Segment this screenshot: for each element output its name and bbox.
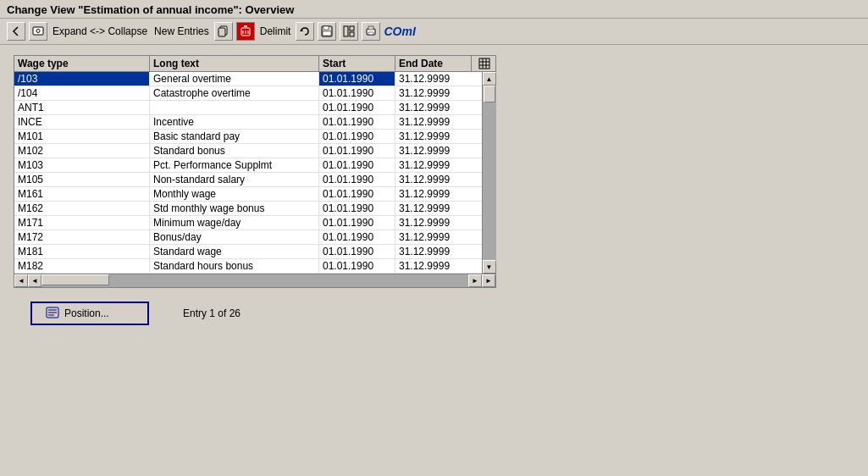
cell-start: 01.01.1990: [319, 187, 395, 201]
cell-wage-type: /103: [14, 72, 150, 86]
main-content: Wage type Long text Start End Date: [0, 45, 868, 335]
scroll-h-nav-left[interactable]: ◄ ◄: [14, 274, 41, 287]
table-row[interactable]: M105Non-standard salary01.01.199031.12.9…: [14, 173, 482, 187]
delete-icon-btn[interactable]: [236, 22, 255, 41]
cell-long-text: Bonus/day: [150, 230, 319, 244]
table-row[interactable]: M162Std monthly wage bonus01.01.199031.1…: [14, 202, 482, 216]
cell-end-date: 31.12.9999: [395, 245, 472, 258]
table-row[interactable]: M103Pct. Performance Supplmt01.01.199031…: [14, 158, 482, 173]
table-main: /103General overtime01.01.199031.12.9999…: [14, 72, 482, 274]
cell-end-date: 31.12.9999: [395, 130, 472, 143]
cell-long-text: Minimum wage/day: [150, 216, 319, 230]
cell-start: 01.01.1990: [319, 230, 395, 244]
table-row[interactable]: M171Minimum wage/day01.01.199031.12.9999: [14, 216, 482, 230]
table-row[interactable]: /103General overtime01.01.199031.12.9999: [14, 72, 482, 86]
position-btn-icon: [46, 307, 59, 320]
svg-rect-15: [350, 32, 354, 36]
scroll-h-track[interactable]: [41, 274, 468, 287]
cell-wage-type: M102: [14, 144, 150, 158]
title-bar: Change View "Estimation of annual income…: [0, 0, 868, 19]
cell-end-date: 31.12.9999: [395, 86, 472, 100]
toolbar: Expand <-> Collapse New Entries Delimit: [0, 19, 868, 45]
cell-wage-type: M103: [14, 158, 150, 172]
scroll-down-arrow[interactable]: ▼: [483, 260, 496, 274]
data-table: Wage type Long text Start End Date: [14, 55, 496, 288]
table-row[interactable]: M181Standard wage01.01.199031.12.9999: [14, 245, 482, 259]
cell-wage-type: /104: [14, 86, 150, 100]
cell-start: 01.01.1990: [319, 144, 395, 158]
display-icon-btn[interactable]: [29, 22, 47, 41]
svg-rect-11: [323, 26, 329, 30]
scroll-v-track[interactable]: [483, 86, 496, 260]
scroll-right-arrow[interactable]: ►: [468, 274, 482, 287]
col-header-long-text: Long text: [150, 56, 319, 71]
cell-start: 01.01.1990: [319, 259, 395, 273]
table-row[interactable]: M182Standard hours bonus01.01.199031.12.…: [14, 259, 482, 274]
print-icon-btn[interactable]: [362, 22, 380, 41]
col-header-start: Start: [319, 56, 395, 71]
table-row[interactable]: M101Basic standard pay01.01.199031.12.99…: [14, 130, 482, 144]
cell-long-text: Incentive: [150, 115, 319, 129]
cell-wage-type: ANT1: [14, 101, 150, 114]
scroll-left-arrow[interactable]: ◄: [28, 274, 41, 287]
cell-start: 01.01.1990: [319, 173, 395, 186]
cell-end-date: 31.12.9999: [395, 173, 472, 186]
cell-start: 01.01.1990: [319, 216, 395, 230]
layout-icon-btn[interactable]: [340, 22, 358, 41]
table-row[interactable]: INCEIncentive01.01.199031.12.9999: [14, 115, 482, 130]
cell-end-date: 31.12.9999: [395, 259, 472, 273]
cell-start: 01.01.1990: [319, 202, 395, 215]
cell-end-date: 31.12.9999: [395, 144, 472, 158]
position-button[interactable]: Position...: [30, 302, 149, 325]
svg-rect-14: [350, 26, 354, 30]
cell-end-date: 31.12.9999: [395, 187, 472, 201]
table-row[interactable]: /104Catastrophe overtime01.01.199031.12.…: [14, 86, 482, 101]
scroll-h-nav-right[interactable]: ► ►: [468, 274, 495, 287]
cell-wage-type: M101: [14, 130, 150, 143]
cell-long-text: General overtime: [150, 72, 319, 86]
page-title: Change View "Estimation of annual income…: [7, 3, 294, 16]
cell-end-date: 31.12.9999: [395, 101, 472, 114]
scroll-up-arrow[interactable]: ▲: [483, 72, 496, 86]
copy-icon-btn[interactable]: [214, 22, 233, 41]
cell-long-text: Monthly wage: [150, 187, 319, 201]
save-icon-btn[interactable]: [318, 22, 336, 41]
table-row[interactable]: M172Bonus/day01.01.199031.12.9999: [14, 230, 482, 245]
col-resize-icon[interactable]: [472, 56, 497, 71]
cell-wage-type: M172: [14, 230, 150, 244]
delimit-label[interactable]: Delimit: [258, 25, 293, 38]
back-icon-btn[interactable]: [7, 22, 25, 41]
horizontal-scrollbar[interactable]: ◄ ◄ ► ►: [14, 274, 495, 287]
svg-rect-18: [368, 32, 373, 35]
cell-long-text: Non-standard salary: [150, 173, 319, 186]
scroll-v-thumb[interactable]: [484, 86, 495, 102]
cell-wage-type: M161: [14, 187, 150, 201]
svg-rect-13: [344, 26, 348, 36]
svg-rect-19: [479, 58, 489, 69]
cell-long-text: Standard hours bonus: [150, 259, 319, 273]
scroll-h-thumb[interactable]: [41, 274, 109, 285]
col-header-wage-type: Wage type: [14, 56, 150, 71]
cell-start: 01.01.1990: [319, 158, 395, 172]
cell-long-text: Pct. Performance Supplmt: [150, 158, 319, 172]
undo-icon-btn[interactable]: [296, 22, 314, 41]
cell-long-text: Standard bonus: [150, 144, 319, 158]
cell-end-date: 31.12.9999: [395, 216, 472, 230]
cell-end-date: 31.12.9999: [395, 230, 472, 244]
scroll-right-last-arrow[interactable]: ►: [482, 274, 495, 287]
com-text: COmI: [384, 25, 415, 38]
cell-wage-type: M105: [14, 173, 150, 186]
cell-wage-type: M181: [14, 245, 150, 258]
expand-collapse-label[interactable]: Expand <-> Collapse: [51, 25, 149, 38]
position-btn-label: Position...: [64, 307, 109, 319]
table-row[interactable]: ANT101.01.199031.12.9999: [14, 101, 482, 115]
cell-long-text: [150, 101, 319, 114]
table-row[interactable]: M102Standard bonus01.01.199031.12.9999: [14, 144, 482, 158]
col-header-end-date: End Date: [395, 56, 472, 71]
new-entries-label[interactable]: New Entries: [152, 25, 211, 38]
table-row[interactable]: M161Monthly wage01.01.199031.12.9999: [14, 187, 482, 202]
vertical-scrollbar[interactable]: ▲ ▼: [482, 72, 495, 274]
scroll-left-first-arrow[interactable]: ◄: [14, 274, 28, 287]
cell-end-date: 31.12.9999: [395, 115, 472, 129]
bottom-area: Position... Entry 1 of 26: [14, 302, 854, 325]
